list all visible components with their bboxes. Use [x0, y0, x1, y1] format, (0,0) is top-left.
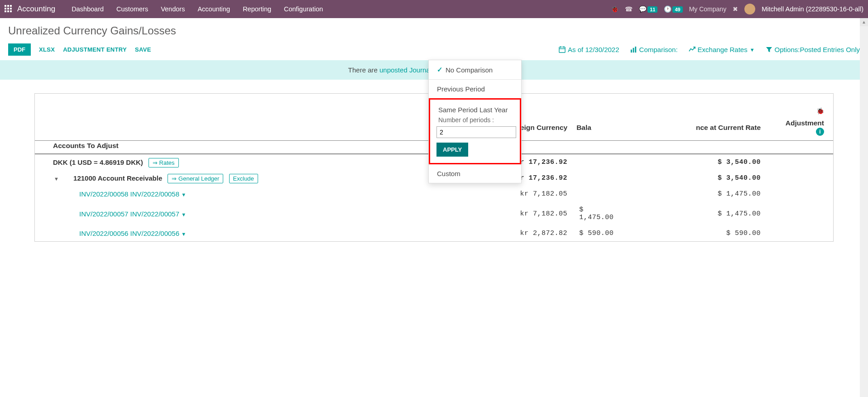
options-filter[interactable]: Options:Posted Entries Only	[766, 46, 860, 53]
nav-accounting[interactable]: Accounting	[191, 1, 236, 17]
app-brand[interactable]: Accounting	[17, 5, 55, 14]
invoice-link[interactable]: INV/2022/00056 INV/2022/00056	[79, 230, 179, 237]
apps-menu-icon[interactable]	[5, 5, 13, 13]
calendar-icon	[559, 46, 566, 53]
nav-links: Dashboard Customers Vendors Accounting R…	[65, 1, 329, 17]
xlsx-button[interactable]: XLSX	[39, 46, 55, 53]
svg-marker-7	[766, 47, 772, 52]
date-filter-label: As of 12/30/2022	[568, 46, 619, 53]
number-of-periods-label: Number of periods :	[436, 115, 513, 125]
caret-down-icon[interactable]: ▼	[181, 212, 186, 217]
invoice-row: INV/2022/00056 INV/2022/00056 ▼ kr 2,872…	[35, 225, 833, 241]
invoice-row: INV/2022/00058 INV/2022/00058 ▼ kr 7,182…	[35, 186, 833, 202]
caret-down-icon[interactable]: ▼	[181, 192, 186, 197]
activities-icon[interactable]: 🕐49	[664, 5, 682, 13]
inv-foreign: kr 2,872.82	[370, 225, 576, 241]
no-comparison-label: No Comparison	[446, 66, 493, 74]
info-icon[interactable]: i	[816, 128, 824, 136]
svg-rect-5	[633, 48, 634, 53]
company-switcher[interactable]: My Company	[689, 5, 726, 13]
currency-current: $ 3,540.00	[623, 154, 770, 170]
exchange-rates-label: Exchange Rates	[698, 46, 748, 53]
user-avatar[interactable]	[744, 4, 755, 14]
invoice-link[interactable]: INV/2022/00057 INV/2022/00057	[79, 210, 179, 218]
inv-current: $ 1,475.00	[623, 186, 770, 202]
debug-report-icon[interactable]: 🐞	[816, 107, 824, 115]
messages-icon[interactable]: 💬11	[639, 5, 657, 13]
adjustment-entry-button[interactable]: ADJUSTMENT ENTRY	[63, 46, 127, 53]
nav-dashboard[interactable]: Dashboard	[65, 1, 110, 17]
scrollbar[interactable]: ▲	[860, 18, 868, 251]
date-filter[interactable]: As of 12/30/2022	[559, 46, 619, 53]
nav-vendors[interactable]: Vendors	[154, 1, 191, 17]
nav-customers[interactable]: Customers	[110, 1, 154, 17]
support-icon[interactable]: ☎	[625, 5, 633, 13]
save-button[interactable]: SAVE	[135, 46, 151, 53]
general-ledger-button[interactable]: ⇒ General Ledger	[168, 174, 223, 183]
debug-icon[interactable]: 🐞	[611, 5, 619, 13]
exchange-rates-filter[interactable]: Exchange Rates ▼	[689, 46, 755, 53]
page-header: Unrealized Currency Gains/Losses PDF XLS…	[0, 18, 868, 60]
account-label[interactable]: 121000 Account Receivable	[73, 174, 162, 182]
dropdown-previous-period[interactable]: Previous Period	[429, 80, 521, 98]
messages-badge: 11	[647, 6, 657, 13]
inv-current: $ 1,475.00	[623, 202, 770, 225]
comparison-dropdown: ✓ No Comparison Previous Period Same Per…	[428, 60, 522, 183]
svg-rect-0	[559, 47, 565, 53]
inv-foreign: kr 7,182.05	[370, 186, 576, 202]
expand-caret-icon[interactable]: ▼	[54, 176, 59, 182]
dropdown-same-period[interactable]: Same Period Last Year	[436, 103, 513, 115]
nav-right: 🐞 ☎ 💬11 🕐49 My Company ✖ Mitchell Admin …	[611, 4, 863, 14]
col-balance-partial: Bala	[576, 115, 623, 141]
top-navbar: Accounting Dashboard Customers Vendors A…	[0, 0, 868, 18]
tools-icon[interactable]: ✖	[733, 5, 738, 13]
dropdown-highlighted-section: Same Period Last Year Number of periods …	[429, 98, 521, 164]
inv-balance: $ 590.00	[576, 225, 623, 241]
exclude-button[interactable]: Exclude	[229, 174, 258, 183]
invoice-link[interactable]: INV/2022/00058 INV/2022/00058	[79, 190, 179, 198]
user-name[interactable]: Mitchell Admin (22289530-16-0-all)	[762, 5, 863, 13]
svg-rect-4	[630, 50, 632, 53]
caret-down-icon: ▼	[750, 47, 755, 53]
scroll-up-icon[interactable]: ▲	[860, 18, 868, 26]
options-filter-label: Options:Posted Entries Only	[775, 46, 860, 53]
svg-rect-6	[635, 47, 636, 53]
apply-button[interactable]: APPLY	[436, 143, 468, 157]
comparison-filter[interactable]: Comparison:	[630, 46, 678, 53]
dropdown-custom[interactable]: Custom	[429, 164, 521, 183]
page-title: Unrealized Currency Gains/Losses	[8, 24, 860, 37]
inv-foreign: kr 7,182.05	[370, 202, 576, 225]
custom-label: Custom	[437, 170, 460, 177]
dropdown-no-comparison[interactable]: ✓ No Comparison	[429, 60, 521, 79]
bar-chart-icon	[630, 46, 637, 53]
line-chart-icon	[689, 46, 695, 53]
account-current: $ 3,540.00	[623, 170, 770, 186]
nav-configuration[interactable]: Configuration	[278, 1, 329, 17]
check-icon: ✓	[437, 66, 443, 74]
pdf-button[interactable]: PDF	[8, 43, 31, 56]
invoice-row: INV/2022/00057 INV/2022/00057 ▼ kr 7,182…	[35, 202, 833, 225]
currency-label: DKK (1 USD = 4.86919 DKK)	[53, 158, 143, 166]
comparison-filter-label: Comparison:	[639, 46, 678, 53]
filter-icon	[766, 46, 772, 53]
col-adjustment: Adjustment	[786, 119, 824, 127]
previous-period-label: Previous Period	[437, 85, 485, 93]
activities-badge: 49	[672, 6, 682, 13]
nav-reporting[interactable]: Reporting	[236, 1, 278, 17]
col-balance-current: nce at Current Rate	[623, 115, 770, 141]
toolbar: PDF XLSX ADJUSTMENT ENTRY SAVE As of 12/…	[8, 43, 860, 56]
caret-down-icon[interactable]: ▼	[181, 231, 186, 237]
inv-current: $ 590.00	[623, 225, 770, 241]
rates-button[interactable]: ⇒ Rates	[149, 158, 179, 167]
warning-prefix: There are	[348, 66, 379, 74]
inv-balance: $ 1,475.00	[576, 202, 623, 225]
number-of-periods-input[interactable]	[436, 126, 516, 138]
